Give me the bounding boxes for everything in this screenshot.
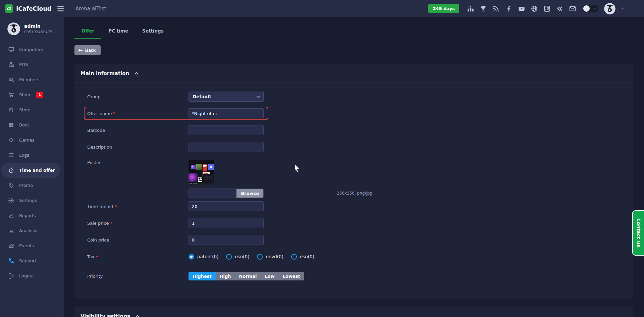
monitor-icon <box>8 46 14 53</box>
poster-thumbnail[interactable] <box>189 160 214 184</box>
tax-radio-envd0[interactable]: envd(0) <box>257 254 283 260</box>
sidebar-item-analysis[interactable]: Analysis <box>0 223 64 238</box>
sidebar-user[interactable]: admin 005193482475 <box>0 17 64 40</box>
field-row-priority: Priority HighestHighNormalLowLowest <box>80 268 627 284</box>
tab-pc-time[interactable]: PC time <box>101 25 135 39</box>
sidebar-item-label: POS <box>19 62 28 67</box>
arrow-left-icon <box>78 48 83 52</box>
sidebar-item-label: Boot <box>19 122 29 127</box>
list-icon <box>8 152 14 158</box>
poster-size-hint: 256x256, png/jpg <box>337 191 372 196</box>
field-label: Coin price <box>80 237 189 243</box>
sidebar-item-logs[interactable]: Logs <box>0 148 64 163</box>
sidebar-item-logout[interactable]: Logout <box>0 268 64 283</box>
contact-us-button[interactable]: Contact us <box>632 210 644 256</box>
sidebar-item-label: Computers <box>19 47 43 52</box>
chevron-up-icon <box>134 71 139 76</box>
sidebar-item-settings[interactable]: Settings <box>0 193 64 208</box>
globe-icon[interactable] <box>530 5 538 13</box>
sidebar-item-shop[interactable]: Shop 1 <box>0 87 64 102</box>
gear-icon <box>8 197 14 204</box>
trophy-icon[interactable] <box>479 5 487 13</box>
sidebar-item-support[interactable]: Support <box>0 253 64 268</box>
theme-toggle[interactable] <box>583 5 598 12</box>
sidebar-item-label: Settings <box>19 198 37 203</box>
phone-icon <box>8 258 14 264</box>
podium-icon[interactable] <box>467 5 475 13</box>
radio-icon <box>226 254 232 260</box>
barcode-input[interactable] <box>189 125 264 135</box>
card-collapse-header[interactable]: Main information <box>74 64 633 83</box>
sidebar-item-label: Time and offer <box>19 168 55 173</box>
file-input[interactable]: Browse <box>189 189 264 198</box>
field-label: Tax* <box>80 254 189 259</box>
sidebar-item-label: Promo <box>19 183 33 188</box>
sidebar-item-computers[interactable]: Computers <box>0 42 64 57</box>
sidebar-item-store[interactable]: Store <box>0 102 64 117</box>
sidebar-item-events[interactable]: Events <box>0 238 64 253</box>
sidebar-item-boot[interactable]: Boot <box>0 117 64 133</box>
user-id: 005193482475 <box>24 30 52 34</box>
sidebar-item-label: Support <box>19 258 36 263</box>
tax-radio-esn0[interactable]: esn(0) <box>291 254 314 260</box>
icafecloud-icon[interactable] <box>543 5 551 13</box>
tab-offer[interactable]: Offer <box>74 25 101 39</box>
sidebar: admin 005193482475 Computers POS Members… <box>0 17 64 317</box>
group-select[interactable]: Default <box>189 92 264 102</box>
priority-option-lowest[interactable]: Lowest <box>279 272 304 280</box>
tab-settings[interactable]: Settings <box>135 25 171 39</box>
windows-icon <box>8 122 14 128</box>
page-title: Arena aiTest <box>75 6 106 12</box>
sidebar-item-members[interactable]: Members <box>0 72 64 87</box>
priority-option-low[interactable]: Low <box>261 272 279 280</box>
sidebar-item-reports[interactable]: Reports <box>0 208 64 223</box>
field-row-coin-price: Coin price <box>80 231 627 248</box>
priority-option-normal[interactable]: Normal <box>235 272 261 280</box>
card-title: Visibility settings <box>80 313 130 317</box>
crown-icon <box>8 243 14 249</box>
priority-button-group: HighestHighNormalLowLowest <box>189 272 304 280</box>
field-row-group: Group Default <box>80 88 627 105</box>
priority-option-highest[interactable]: Highest <box>189 272 216 280</box>
visibility-settings-card: Visibility settings <box>74 307 633 317</box>
sale-price-input[interactable] <box>189 218 264 228</box>
sidebar-item-pos[interactable]: POS <box>0 57 64 72</box>
hamburger-menu-icon[interactable] <box>57 6 64 11</box>
priority-option-high[interactable]: High <box>216 272 235 280</box>
sidebar-item-label: Reports <box>19 213 36 218</box>
radio-icon <box>291 254 297 260</box>
coin-price-input[interactable] <box>189 235 264 245</box>
sidebar-item-label: Games <box>19 138 34 143</box>
radio-label: esn(0) <box>300 254 314 259</box>
icafecloud-logo-icon: i2 <box>5 4 13 13</box>
rss-icon[interactable] <box>492 5 500 13</box>
tax-radio-osn0[interactable]: osn(0) <box>226 254 249 260</box>
sidebar-item-label: Logout <box>19 273 34 278</box>
time-input[interactable] <box>189 201 264 211</box>
description-input[interactable] <box>189 142 264 152</box>
tax-radio-patent0[interactable]: patent(0) <box>189 254 218 260</box>
field-row-tax: Tax* patent(0) osn(0) envd(0) esn(0) <box>80 248 627 265</box>
back-button[interactable]: Back <box>74 45 101 55</box>
offer-name-input[interactable] <box>189 108 264 118</box>
browse-button[interactable]: Browse <box>236 189 263 198</box>
youtube-icon[interactable] <box>518 5 526 13</box>
layers-icon[interactable] <box>556 5 564 13</box>
card-collapse-header[interactable]: Visibility settings <box>74 307 633 317</box>
user-avatar[interactable] <box>604 3 615 14</box>
sidebar-item-time-and-offer[interactable]: Time and offer <box>1 163 60 178</box>
sidebar-item-label: Analysis <box>19 228 37 233</box>
brand-zone: i2 iCafeCloud <box>0 4 64 13</box>
subscription-days-badge[interactable]: 245 days <box>428 4 459 13</box>
sidebar-item-label: Shop <box>19 92 30 97</box>
tab-bar: OfferPC timeSettings <box>74 17 633 39</box>
radio-label: patent(0) <box>197 254 218 259</box>
card-title: Main information <box>80 70 129 76</box>
facebook-icon[interactable] <box>505 5 513 13</box>
field-label: Poster <box>80 160 189 165</box>
sidebar-item-games[interactable]: Games <box>0 133 64 148</box>
user-avatar <box>7 22 20 35</box>
chevron-down-icon[interactable] <box>620 5 625 12</box>
mail-icon[interactable] <box>569 5 577 13</box>
sidebar-item-promo[interactable]: Promo <box>0 178 64 193</box>
